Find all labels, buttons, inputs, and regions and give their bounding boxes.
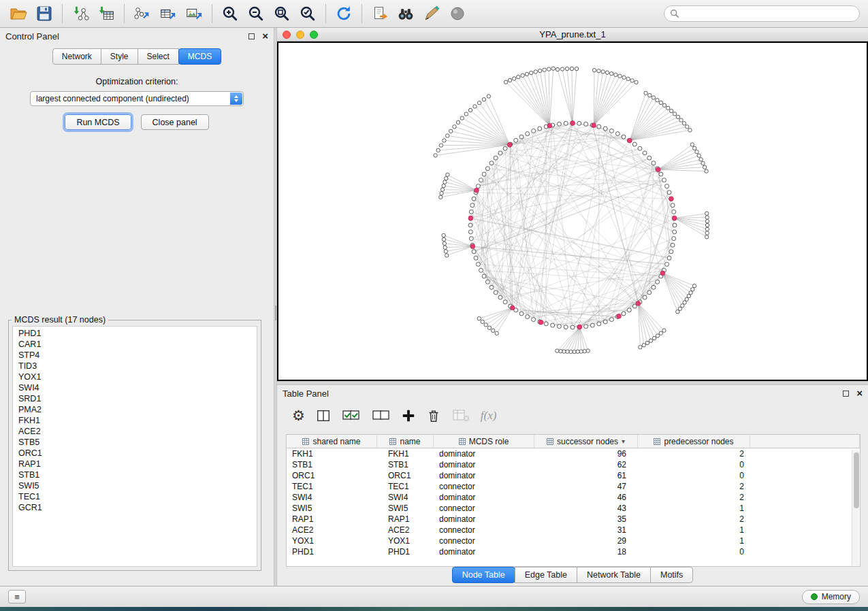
toolbar-separator [124, 4, 125, 23]
tab-network-table[interactable]: Network Table [577, 567, 651, 583]
save-session-button[interactable] [31, 2, 57, 25]
toolbar-separator [325, 4, 326, 23]
cell-filler [750, 546, 860, 557]
find-button[interactable] [393, 2, 419, 25]
cell: SWI5 [377, 503, 434, 514]
mcds-result-item[interactable]: SRD1 [13, 393, 257, 404]
dropdown-stepper-icon[interactable] [230, 93, 242, 105]
mcds-result-item[interactable]: FKH1 [13, 415, 257, 426]
float-panel-icon[interactable] [248, 33, 255, 39]
mcds-result-item[interactable]: ORC1 [13, 448, 257, 459]
tab-motifs[interactable]: Motifs [650, 567, 693, 583]
mcds-result-item[interactable]: STP4 [13, 350, 257, 361]
import-network-button[interactable] [67, 2, 93, 25]
cell: dominator [434, 470, 534, 481]
zoom-selected-button[interactable] [295, 2, 321, 25]
show-columns-icon[interactable] [316, 406, 331, 426]
mcds-result-item[interactable]: TEC1 [13, 491, 257, 502]
zoom-in-button[interactable] [217, 2, 243, 25]
open-file-button[interactable] [5, 2, 31, 25]
cell: connector [434, 525, 534, 535]
apply-layout-button[interactable] [331, 2, 357, 25]
export-network-button[interactable] [129, 2, 155, 25]
mcds-result-item[interactable]: GCR1 [13, 502, 257, 513]
cell: RAP1 [287, 514, 377, 525]
tab-select[interactable]: Select [138, 48, 179, 65]
mcds-result-item[interactable]: ACE2 [13, 426, 257, 437]
window-zoom-icon[interactable] [310, 31, 318, 39]
float-panel-icon[interactable] [843, 391, 849, 397]
optimization-criterion-dropdown[interactable]: largest connected component (undirected) [30, 91, 244, 106]
tab-style[interactable]: Style [101, 48, 138, 65]
window-close-icon[interactable] [283, 31, 291, 39]
run-mcds-button[interactable]: Run MCDS [65, 114, 131, 130]
show-hide-button[interactable] [445, 2, 470, 25]
search-box[interactable] [664, 5, 860, 22]
table-row[interactable]: ORC1ORC1dominator610 [287, 470, 860, 481]
style-button[interactable] [419, 2, 445, 25]
cell: 0 [638, 459, 750, 470]
table-scrollbar[interactable] [852, 450, 859, 565]
column-label: shared name [312, 437, 360, 446]
delete-column-icon[interactable] [426, 406, 441, 426]
mcds-result-item[interactable]: PMA2 [13, 404, 257, 415]
table-row[interactable]: SWI5SWI5connector431 [287, 503, 860, 514]
table-row[interactable]: STB1STB1dominator620 [287, 459, 860, 470]
mcds-result-list[interactable]: PHD1CAR1STP4TID3YOX1SWI4SRD1PMA2FKH1ACE2… [12, 326, 257, 567]
mcds-result-item[interactable]: PHD1 [13, 328, 257, 339]
table-row[interactable]: FKH1FKH1dominator962 [287, 448, 860, 459]
table-settings-gear-icon[interactable]: ⚙ [292, 406, 305, 426]
column-header-MCDS-role[interactable]: MCDS role [434, 435, 534, 448]
table-row[interactable]: PHD1PHD1dominator180 [287, 546, 860, 557]
mcds-result-item[interactable]: STB1 [13, 469, 257, 480]
table-row[interactable]: ACE2ACE2connector311 [287, 525, 860, 535]
import-table-button[interactable] [93, 2, 119, 25]
table-row[interactable]: YOX1YOX1connector291 [287, 535, 860, 546]
mcds-result-item[interactable]: RAP1 [13, 459, 257, 469]
mcds-result-item[interactable]: SWI5 [13, 480, 257, 491]
clone-network-button[interactable] [367, 2, 393, 25]
network-canvas[interactable] [277, 42, 868, 381]
column-header-predecessor-nodes[interactable]: predecessor nodes [638, 435, 750, 448]
cell-filler [750, 503, 860, 514]
column-header-shared-name[interactable]: shared name [287, 435, 377, 448]
close-panel-icon[interactable]: × [856, 389, 863, 397]
cell: ACE2 [377, 525, 434, 535]
export-table-button[interactable] [155, 2, 181, 25]
close-panel-button[interactable]: Close panel [141, 114, 209, 130]
tab-node-table[interactable]: Node Table [452, 567, 515, 583]
close-panel-icon[interactable]: × [262, 32, 268, 40]
zoom-out-button[interactable] [243, 2, 269, 25]
select-all-icon[interactable] [342, 406, 361, 426]
mcds-result-item[interactable]: CAR1 [13, 339, 257, 350]
window-minimize-icon[interactable] [296, 31, 304, 39]
sort-chevron-icon[interactable]: ▾ [622, 437, 625, 445]
column-grid-icon [389, 438, 396, 445]
add-column-icon[interactable] [402, 406, 415, 426]
column-header-successor-nodes[interactable]: successor nodes▾ [534, 435, 638, 448]
scrollbar-thumb[interactable] [854, 452, 859, 508]
search-input[interactable] [683, 9, 854, 18]
network-window-titlebar[interactable]: YPA_prune.txt_1 [277, 28, 868, 42]
eye-sphere-icon [449, 5, 466, 22]
tab-mcds[interactable]: MCDS [178, 48, 221, 65]
memory-button[interactable]: Memory [802, 590, 860, 604]
mcds-result-item[interactable]: TID3 [13, 361, 257, 371]
mcds-result-item[interactable]: SWI4 [13, 382, 257, 393]
tab-edge-table[interactable]: Edge Table [515, 567, 577, 583]
cell: 0 [638, 546, 750, 557]
zoom-fit-button[interactable] [269, 2, 295, 25]
mcds-result-item[interactable]: YOX1 [13, 371, 257, 382]
control-panel-title: Control Panel [5, 31, 59, 42]
column-grid-icon [459, 438, 466, 445]
cell: dominator [434, 448, 534, 459]
deselect-all-icon[interactable] [372, 406, 391, 426]
column-header-name[interactable]: name [377, 435, 434, 448]
table-row[interactable]: SWI4SWI4dominator462 [287, 492, 860, 503]
table-row[interactable]: RAP1RAP1dominator352 [287, 514, 860, 525]
export-image-button[interactable] [181, 2, 207, 25]
status-menu-button[interactable]: ≡ [8, 590, 26, 604]
mcds-result-item[interactable]: STB5 [13, 437, 257, 448]
table-row[interactable]: TEC1TEC1connector472 [287, 481, 860, 492]
tab-network[interactable]: Network [52, 48, 101, 65]
